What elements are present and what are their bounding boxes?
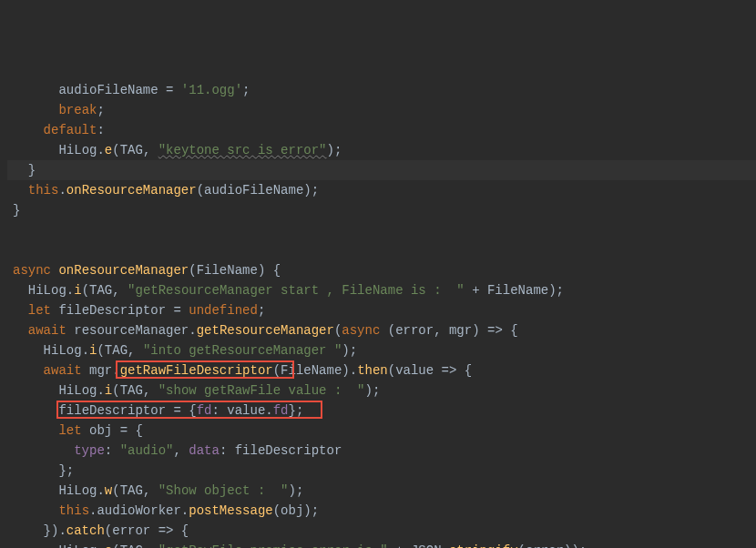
code-line[interactable]: type: "audio", data: fileDescriptor xyxy=(7,441,756,461)
code-token xyxy=(13,423,58,438)
code-token: await xyxy=(44,363,89,378)
code-token: + xyxy=(388,543,411,548)
code-token: : xyxy=(105,443,120,458)
code-token: data xyxy=(189,443,220,458)
code-token: ( xyxy=(112,543,119,548)
code-token: ) xyxy=(303,503,311,518)
code-token: mgr xyxy=(89,363,112,378)
code-line[interactable]: } xyxy=(7,160,756,180)
code-token: TAG xyxy=(89,283,112,298)
code-line[interactable]: audioFileName = '11.ogg'; xyxy=(7,80,756,100)
code-token: mgr xyxy=(449,323,472,338)
code-token: FileName xyxy=(281,363,342,378)
code-token xyxy=(13,323,28,338)
code-token: . xyxy=(58,183,66,198)
code-token: } xyxy=(13,203,20,218)
code-token: , xyxy=(143,543,158,548)
code-token: ; xyxy=(557,283,564,298)
code-line[interactable]: HiLog.i(TAG, "show getRawFile value : ")… xyxy=(7,381,756,401)
code-line[interactable]: this.onResourceManager(audioFileName); xyxy=(7,180,756,200)
code-token: = xyxy=(166,83,181,97)
code-token: }; xyxy=(13,463,74,478)
code-token: , xyxy=(434,323,449,338)
code-token: ; xyxy=(296,483,303,498)
code-token xyxy=(13,303,28,318)
code-line[interactable]: async onResourceManager(FileName) { xyxy=(7,260,756,280)
code-token: error xyxy=(526,543,564,548)
code-token: ( xyxy=(97,343,104,358)
code-token: catch xyxy=(66,523,105,538)
code-token: TAG xyxy=(120,383,143,398)
code-token: ). xyxy=(342,363,357,378)
code-token: error xyxy=(395,323,434,338)
code-token: . xyxy=(97,143,104,157)
code-line[interactable]: HiLog.i(TAG, "into getResourceManager ")… xyxy=(7,340,756,360)
code-token: } xyxy=(13,163,36,178)
code-token: ( xyxy=(273,363,281,378)
code-token: "show getRawFile value : " xyxy=(158,383,365,398)
code-token: , xyxy=(143,383,158,398)
code-line[interactable]: }).catch(error => { xyxy=(7,521,756,541)
code-token: = xyxy=(173,303,189,318)
code-token: value xyxy=(395,363,441,378)
code-line[interactable]: } xyxy=(7,200,756,220)
code-token: , xyxy=(173,443,189,458)
code-line[interactable] xyxy=(7,220,756,240)
code-line[interactable]: HiLog.i(TAG, "getResourceManager start ,… xyxy=(7,280,756,300)
code-token: "audio" xyxy=(120,443,174,458)
code-token: type xyxy=(74,443,105,458)
code-token: ; xyxy=(350,343,357,358)
code-token: i xyxy=(105,383,112,398)
code-token: e xyxy=(105,143,112,157)
code-token: ( xyxy=(112,383,119,398)
code-token: : xyxy=(97,123,104,137)
code-line[interactable]: HiLog.e(TAG, "keytone src is error"); xyxy=(7,140,756,160)
code-token: => { xyxy=(158,523,189,538)
code-token xyxy=(13,483,58,498)
code-token: JSON xyxy=(411,543,442,548)
code-token: ( xyxy=(273,503,281,518)
code-line[interactable]: let fileDescriptor = undefined; xyxy=(7,300,756,320)
code-line[interactable]: let obj = { xyxy=(7,421,756,441)
code-token: . xyxy=(181,503,189,518)
code-token: async xyxy=(342,323,387,338)
code-token: . xyxy=(82,343,89,358)
code-token: then xyxy=(357,363,388,378)
code-token: break xyxy=(58,103,97,117)
code-line[interactable]: fileDescriptor = {fd: value.fd}; xyxy=(7,401,756,421)
code-token: , xyxy=(143,483,158,498)
code-token: let xyxy=(58,423,89,438)
code-token: HiLog xyxy=(28,283,66,298)
code-token: HiLog xyxy=(58,483,97,498)
code-token xyxy=(13,363,44,378)
code-token: , xyxy=(128,343,143,358)
code-token: . xyxy=(265,403,272,418)
code-token xyxy=(13,403,58,418)
code-token: ( xyxy=(82,283,89,298)
code-token: ) xyxy=(365,383,373,398)
code-token: HiLog xyxy=(44,343,82,358)
code-token: w xyxy=(105,483,112,498)
code-line[interactable]: HiLog.w(TAG, "Show object : "); xyxy=(7,481,756,501)
code-token: : xyxy=(220,443,235,458)
code-line[interactable]: }; xyxy=(7,461,756,481)
code-token: i xyxy=(74,283,81,298)
code-line[interactable]: this.audioWorker.postMessage(obj); xyxy=(7,501,756,521)
code-token: ; xyxy=(242,83,250,97)
code-token: FileName xyxy=(487,283,548,298)
code-token: audioFileName xyxy=(58,83,166,97)
code-token: value xyxy=(227,403,265,418)
code-token: obj xyxy=(89,423,120,438)
code-line[interactable]: break; xyxy=(7,100,756,120)
code-token: HiLog xyxy=(58,383,97,398)
code-token: TAG xyxy=(120,483,143,498)
code-token: TAG xyxy=(105,343,128,358)
code-line[interactable]: await mgr.getRawFileDescriptor(FileName)… xyxy=(7,360,756,381)
code-editor[interactable]: audioFileName = '11.ogg'; break; default… xyxy=(0,80,756,548)
code-token: ( xyxy=(112,143,119,157)
code-token: onResourceManager xyxy=(58,263,189,278)
code-line[interactable]: HiLog.e(TAG, "getRawFile promise error i… xyxy=(7,541,756,548)
code-line[interactable]: default: xyxy=(7,120,756,140)
code-line[interactable] xyxy=(7,240,756,260)
code-line[interactable]: await resourceManager.getResourceManager… xyxy=(7,320,756,340)
